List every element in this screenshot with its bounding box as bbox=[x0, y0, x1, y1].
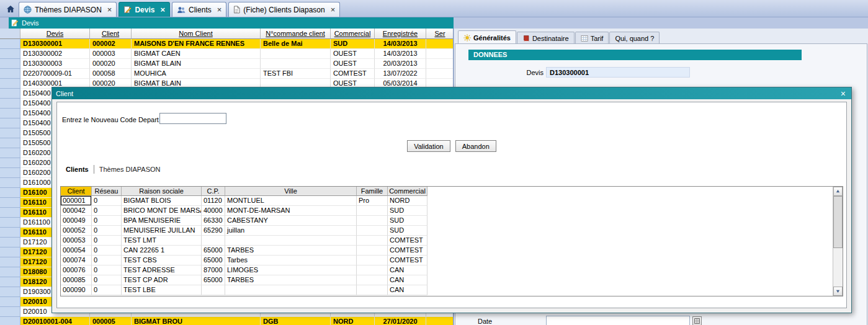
row-selector-cell[interactable] bbox=[0, 198, 20, 208]
tab-close-icon[interactable]: × bbox=[217, 5, 222, 14]
row-selector-cell[interactable] bbox=[0, 168, 20, 178]
scroll-up-button[interactable] bbox=[833, 187, 843, 196]
vertical-scrollbar[interactable] bbox=[833, 187, 843, 296]
tab-clients[interactable]: Clients bbox=[62, 166, 92, 173]
table-row[interactable]: D130300003000020BIGMAT BLAINOUEST20/03/2… bbox=[0, 59, 453, 69]
column-header-n-commande-client[interactable]: N°commande client bbox=[261, 29, 331, 39]
row-selector-cell[interactable] bbox=[0, 138, 20, 148]
row-selector-cell[interactable] bbox=[0, 148, 20, 158]
row-selector-cell[interactable] bbox=[0, 69, 20, 79]
row-selector-cell[interactable] bbox=[0, 49, 20, 59]
table-row[interactable]: D20010001-004000005BIGMAT BROUDGBNORD27/… bbox=[0, 317, 453, 325]
column-header-devis[interactable]: Devis bbox=[20, 29, 90, 39]
column-header-client[interactable]: Client bbox=[61, 187, 92, 196]
tab-qui-quand[interactable]: Qui, quand ? bbox=[609, 32, 660, 44]
table-row[interactable]: 0000850TEST CP ADR65000TARBESCAN bbox=[61, 275, 843, 285]
row-selector-cell[interactable] bbox=[0, 128, 20, 138]
tab-label: Devis bbox=[135, 6, 154, 14]
row-selector-cell[interactable] bbox=[0, 109, 20, 118]
grid-cell: 000054 bbox=[61, 246, 92, 256]
row-selector-cell[interactable] bbox=[0, 307, 20, 317]
table-row[interactable]: 0000740TEST CBS65000TarbesCOMTEST bbox=[61, 256, 843, 265]
row-selector-cell[interactable] bbox=[0, 317, 20, 325]
row-selector-cell[interactable] bbox=[0, 297, 20, 307]
table-row[interactable]: D220700009-01000058MOUHICATEST FBICOMTES… bbox=[0, 69, 453, 79]
row-selector-cell[interactable] bbox=[0, 99, 20, 109]
tab-close-icon[interactable]: × bbox=[160, 5, 165, 14]
row-selector-cell[interactable] bbox=[0, 257, 20, 267]
column-header-commercial[interactable]: Commercial bbox=[331, 29, 375, 39]
column-header-c-p[interactable]: C.P. bbox=[202, 187, 225, 196]
grid-cell: juillan bbox=[225, 226, 357, 236]
table-row[interactable]: 0000420BRICO MONT DE MARSA40000MONT-DE-M… bbox=[61, 206, 843, 216]
grid-cell: 000053 bbox=[61, 236, 92, 246]
row-selector-cell[interactable] bbox=[0, 277, 20, 287]
row-selector-cell[interactable] bbox=[0, 158, 20, 168]
row-selector-cell[interactable] bbox=[0, 89, 20, 99]
new-code-input[interactable] bbox=[159, 113, 226, 124]
tab-label: Clients bbox=[189, 6, 212, 14]
tab-th-mes-diapason[interactable]: Thèmes DIAPASON bbox=[96, 166, 164, 173]
row-selector-cell[interactable] bbox=[0, 287, 20, 297]
column-header-enregistr-e[interactable]: Enregistrée bbox=[375, 29, 426, 39]
row-selector-cell[interactable] bbox=[0, 39, 20, 49]
table-row[interactable]: 0000540CAN 22265 165000TARBESCOMTEST bbox=[61, 246, 843, 256]
column-header-commercial[interactable]: Commercial bbox=[388, 187, 427, 196]
table-row[interactable]: 0000520MENUISERIE JUILLAN65290juillanSUD bbox=[61, 226, 843, 236]
row-selector-cell[interactable] bbox=[0, 188, 20, 198]
new-code-label: Entrez le Nouveau Code Depart : bbox=[62, 116, 163, 123]
row-selector-cell[interactable] bbox=[0, 208, 20, 218]
row-selector-cell[interactable] bbox=[0, 79, 20, 89]
tab-close-icon[interactable]: × bbox=[107, 5, 112, 14]
devis-field-value: D130300001 bbox=[546, 67, 690, 78]
column-header-r-seau[interactable]: Réseau bbox=[92, 187, 122, 196]
row-selector-cell[interactable] bbox=[0, 118, 20, 128]
date-field-value[interactable] bbox=[546, 316, 690, 325]
column-header-famille[interactable]: Famille bbox=[357, 187, 388, 196]
grid-cell: MOUHICA bbox=[132, 69, 261, 79]
grid-cell: 0 bbox=[92, 285, 122, 295]
grid-cell: SUD bbox=[388, 226, 427, 236]
column-header-client[interactable]: Client bbox=[90, 29, 132, 39]
tab-clients[interactable]: Clients× bbox=[172, 2, 226, 17]
users-icon bbox=[177, 6, 186, 14]
abandon-button[interactable]: Abandon bbox=[455, 140, 496, 152]
grid-cell: 65000 bbox=[202, 275, 225, 285]
lookup-button[interactable] bbox=[692, 316, 702, 325]
table-row[interactable]: 0000530TEST LMTCOMTEST bbox=[61, 236, 843, 246]
column-header-ville[interactable]: Ville bbox=[225, 187, 357, 196]
table-row[interactable]: 0000760TEST ADRESSE87000LIMOGESCAN bbox=[61, 265, 843, 275]
table-row[interactable]: D130300002000003BIGMAT CAENOUEST14/03/20… bbox=[0, 49, 453, 59]
tab-fiche-clients-diapason[interactable]: (Fiche) Clients Diapason× bbox=[228, 2, 340, 17]
scrollbar-thumb[interactable] bbox=[833, 196, 843, 248]
table-row[interactable]: D130300001000002MAISONS D'EN FRANCE RENN… bbox=[0, 39, 453, 49]
table-row[interactable]: 0000010BIGMAT BLOIS01120MONTLUELProNORD bbox=[61, 196, 843, 206]
row-selector-cell[interactable] bbox=[0, 218, 20, 228]
tab-g-n-ralit-s[interactable]: Généralités bbox=[458, 30, 516, 44]
tab-devis[interactable]: Devis× bbox=[119, 2, 170, 17]
grid-cell: CAN bbox=[388, 265, 427, 275]
column-header-ser[interactable]: Ser bbox=[426, 29, 454, 39]
row-selector-cell[interactable] bbox=[0, 238, 20, 247]
grid-cell: 01120 bbox=[202, 196, 225, 206]
column-header-nom-client[interactable]: Nom Client bbox=[132, 29, 261, 39]
row-selector-cell[interactable] bbox=[0, 59, 20, 69]
table-row[interactable]: 0000900TEST LBECAN bbox=[61, 285, 843, 295]
tab-label: (Fiche) Clients Diapason bbox=[243, 6, 324, 14]
tab-destinataire[interactable]: Destinataire bbox=[517, 32, 575, 44]
grid-cell: D130300002 bbox=[20, 49, 90, 59]
validation-button[interactable]: Validation bbox=[407, 140, 450, 152]
tab-tarif[interactable]: Tarif bbox=[575, 32, 609, 44]
row-selector-cell[interactable] bbox=[0, 178, 20, 188]
row-selector-cell[interactable] bbox=[0, 247, 20, 257]
home-button[interactable] bbox=[2, 2, 19, 16]
tab-close-icon[interactable]: × bbox=[331, 5, 336, 14]
column-header-raison-sociale[interactable]: Raison sociale bbox=[122, 187, 202, 196]
dialog-title-bar[interactable]: Client × bbox=[52, 87, 851, 99]
scroll-down-button[interactable] bbox=[833, 287, 843, 296]
row-selector-cell[interactable] bbox=[0, 267, 20, 277]
tab-th-mes-diapason[interactable]: Thèmes DIAPASON× bbox=[19, 2, 117, 17]
close-icon[interactable]: × bbox=[841, 89, 846, 98]
table-row[interactable]: 0000490BPA MENUISERIE66330CABESTANYSUD bbox=[61, 216, 843, 226]
row-selector-cell[interactable] bbox=[0, 228, 20, 238]
